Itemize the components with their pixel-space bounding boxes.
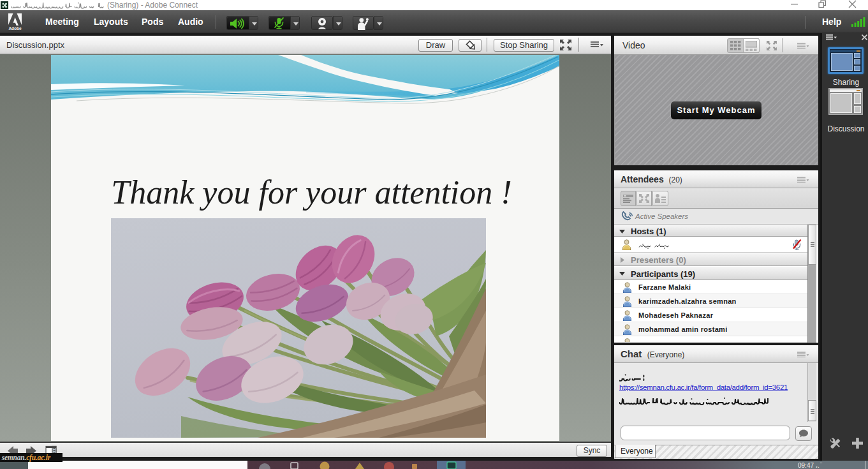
svg-text:Adobe: Adobe	[8, 26, 22, 31]
